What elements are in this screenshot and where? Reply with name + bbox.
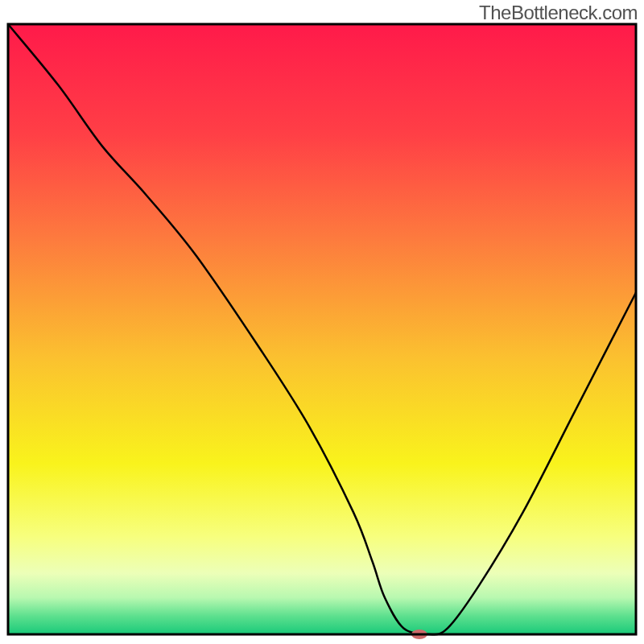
watermark-text: TheBottleneck.com [479, 2, 638, 24]
gradient-background [8, 24, 636, 634]
bottleneck-chart: TheBottleneck.com [0, 0, 644, 644]
plot-svg [0, 0, 644, 644]
